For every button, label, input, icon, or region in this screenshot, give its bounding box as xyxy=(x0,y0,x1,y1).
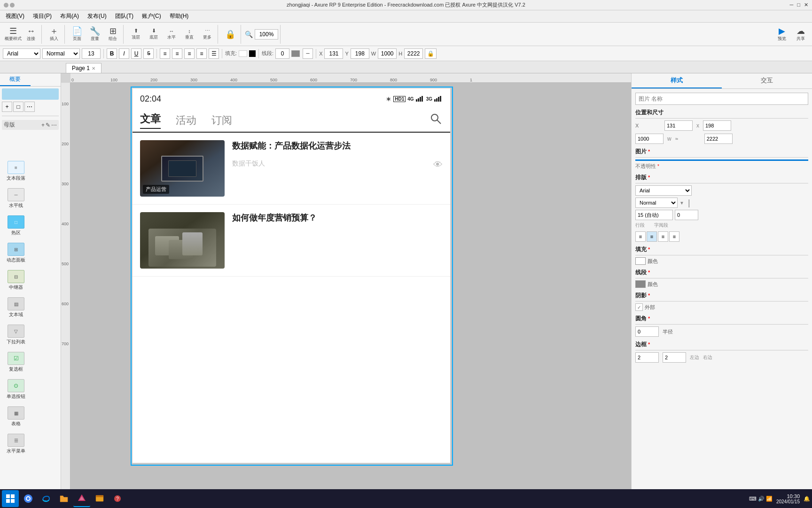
rp-style-select[interactable]: Normal xyxy=(635,198,678,208)
align-right-btn-rp[interactable]: ≡ xyxy=(658,231,668,242)
line-width-input[interactable] xyxy=(275,48,289,59)
menu-item-view[interactable]: 视图(V) xyxy=(2,11,28,21)
strikethrough-btn[interactable]: S̶ xyxy=(143,48,154,59)
image-name-input[interactable] xyxy=(635,93,808,105)
toolbar-insert-btn[interactable]: ＋ 插入 xyxy=(46,26,62,43)
master-section-header[interactable]: 母版 + ✎ ⋯ xyxy=(2,120,59,130)
panel-more-btn[interactable]: ⋯ xyxy=(24,102,35,112)
menu-item-project[interactable]: 项目(P) xyxy=(29,11,55,21)
toolbar-share-btn[interactable]: ☁ 共享 xyxy=(792,26,809,43)
canvas-area[interactable]: 0 100 200 300 400 500 600 700 800 900 1 … xyxy=(61,73,631,508)
size-h-input[interactable] xyxy=(704,134,733,144)
align-center-btn-rp[interactable]: ≡ xyxy=(647,231,657,242)
align-right-btn[interactable]: ≡ xyxy=(184,48,195,59)
taskbar-files-btn[interactable] xyxy=(55,490,72,507)
left-tab-overview[interactable]: 概要 xyxy=(0,73,31,86)
taskbar-start-btn[interactable] xyxy=(2,490,19,507)
size-w-input[interactable] xyxy=(635,134,664,144)
font-style-select[interactable]: Normal xyxy=(42,48,80,59)
right-tab-interact[interactable]: 交互 xyxy=(722,73,812,88)
toolbar-lock-btn[interactable]: 🔒 xyxy=(222,26,239,43)
widget-dynamic-panel[interactable]: ⊞ 动态面板 xyxy=(3,241,29,265)
y-pos-input[interactable] xyxy=(351,48,369,59)
minimize-btn[interactable]: ─ xyxy=(790,2,794,8)
border-left-input[interactable] xyxy=(635,352,659,363)
page-canvas[interactable]: 02:04 ∗ HD1 4G 3G xyxy=(70,83,631,508)
toolbar-group-btn2[interactable]: ⊞ 组合 xyxy=(104,26,121,43)
line-color-box[interactable] xyxy=(291,50,300,57)
toolbar-component-btn[interactable]: 🔧 度量 xyxy=(86,26,103,43)
fill-color-box[interactable] xyxy=(239,50,247,57)
master-edit-btn[interactable]: ✎ xyxy=(46,122,50,128)
mobile-card-1[interactable]: 产品运营 数据赋能：产品数据化运营步法 数据干饭人 👁 xyxy=(133,133,450,205)
master-more-btn[interactable]: ⋯ xyxy=(51,122,57,128)
fill-color-selector[interactable] xyxy=(249,50,256,57)
widget-checkbox[interactable]: ☑ 复选框 xyxy=(3,350,29,374)
menu-item-help[interactable]: 帮助(H) xyxy=(166,11,193,21)
notification-icon[interactable]: 🔔 xyxy=(804,496,810,502)
taskbar-edge-btn[interactable] xyxy=(38,490,55,507)
align-center-btn[interactable]: ≡ xyxy=(172,48,182,59)
widget-hline[interactable]: ─ 水平线 xyxy=(3,186,29,211)
line-style-btn1[interactable]: ─ xyxy=(303,48,313,59)
bold-btn[interactable]: B xyxy=(107,48,117,59)
pos-x-input[interactable] xyxy=(664,120,693,131)
toolbar-overview-btn[interactable]: ☰ 概要样式 xyxy=(5,26,22,43)
lock-aspect-btn[interactable]: 🔒 xyxy=(425,48,437,59)
underline-btn[interactable]: U xyxy=(131,48,141,59)
toolbar-valign-btn[interactable]: ↕垂直 xyxy=(181,26,198,43)
page-tab-close-btn[interactable]: ✕ xyxy=(92,66,95,71)
align-left-btn[interactable]: ≡ xyxy=(160,48,170,59)
widget-table[interactable]: ▦ 表格 xyxy=(3,405,29,429)
toolbar-more-btn[interactable]: ⋯更多 xyxy=(199,26,216,43)
rp-font-size-input[interactable] xyxy=(635,210,673,220)
widget-hmenu[interactable]: ☰ 水平菜单 xyxy=(3,432,29,456)
fill-color-preview[interactable] xyxy=(635,257,646,265)
toolbar-bottom-btn[interactable]: ⬇底层 xyxy=(145,26,162,43)
line-color-preview[interactable] xyxy=(635,280,646,288)
w-size-input[interactable] xyxy=(378,48,397,59)
mobile-search-btn[interactable] xyxy=(429,112,443,128)
shadow-checkbox[interactable]: ✓ xyxy=(635,303,643,311)
zoom-input[interactable]: 100% xyxy=(255,29,278,40)
menu-item-team[interactable]: 团队(T) xyxy=(111,11,137,21)
menu-item-layout[interactable]: 布局(A) xyxy=(56,11,83,21)
taskbar-paint-btn[interactable]: ? xyxy=(109,490,126,507)
widget-repeater[interactable]: ⊟ 中继器 xyxy=(3,268,29,293)
rp-font-select[interactable]: Arial xyxy=(635,185,692,196)
widget-radio[interactable]: ⊙ 单选按钮 xyxy=(3,377,29,402)
h-size-input[interactable] xyxy=(404,48,423,59)
nav-item-article[interactable]: 文章 xyxy=(140,112,161,129)
nav-item-subscribe[interactable]: 订阅 xyxy=(211,113,232,127)
toolbar-page-btn[interactable]: 📄 页面 xyxy=(69,26,86,43)
page-tab-1[interactable]: Page 1 ✕ xyxy=(66,63,102,73)
align-left-btn-rp[interactable]: ≡ xyxy=(635,231,646,242)
widget-textarea[interactable]: ▤ 文本域 xyxy=(3,295,29,320)
x-pos-input[interactable] xyxy=(324,48,343,59)
right-tab-style[interactable]: 样式 xyxy=(632,73,722,88)
taskbar-chrome-btn[interactable] xyxy=(20,490,37,507)
rp-line-height-input[interactable] xyxy=(675,210,698,220)
font-family-select[interactable]: Arial xyxy=(3,48,40,59)
master-add-btn[interactable]: + xyxy=(41,122,45,128)
toolbar-halign-btn[interactable]: ↔水平 xyxy=(163,26,180,43)
toolbar-top-btn[interactable]: ⬆顶层 xyxy=(127,26,144,43)
italic-btn[interactable]: I xyxy=(119,48,129,59)
toolbar-preview-btn[interactable]: ▶ 预览 xyxy=(773,26,790,43)
widget-dropdown[interactable]: ▽ 下拉列表 xyxy=(3,323,29,347)
pos-y-input[interactable] xyxy=(703,120,731,131)
maximize-btn[interactable]: □ xyxy=(797,2,800,8)
menu-item-publish[interactable]: 发布(U) xyxy=(84,11,110,21)
list-btn[interactable]: ☰ xyxy=(209,48,219,59)
border-right-input[interactable] xyxy=(663,352,686,363)
canvas-content[interactable]: 02:04 ∗ HD1 4G 3G xyxy=(70,83,631,508)
nav-item-activity[interactable]: 活动 xyxy=(176,113,196,127)
menu-item-account[interactable]: 账户(C) xyxy=(138,11,165,21)
mobile-card-2[interactable]: 如何做年度营销预算？ xyxy=(133,205,450,277)
taskbar-axure-btn[interactable] xyxy=(73,490,90,507)
taskbar-explorer-btn[interactable] xyxy=(91,490,108,507)
align-justify-btn-rp[interactable]: ≡ xyxy=(669,231,679,242)
widget-hotzone[interactable]: □ 热区 xyxy=(3,214,29,238)
left-tab-blank[interactable] xyxy=(31,73,61,86)
panel-expand-btn[interactable]: + xyxy=(2,102,12,112)
